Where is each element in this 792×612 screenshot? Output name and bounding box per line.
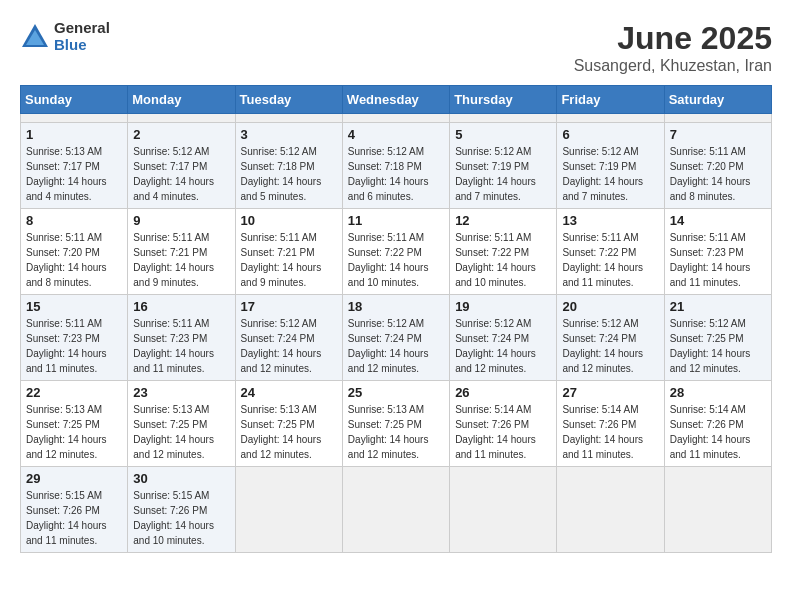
calendar-day-cell: 17Sunrise: 5:12 AM Sunset: 7:24 PM Dayli… <box>235 295 342 381</box>
day-info: Sunrise: 5:11 AM Sunset: 7:23 PM Dayligh… <box>670 230 766 290</box>
day-info: Sunrise: 5:12 AM Sunset: 7:25 PM Dayligh… <box>670 316 766 376</box>
day-info: Sunrise: 5:12 AM Sunset: 7:19 PM Dayligh… <box>562 144 658 204</box>
day-number: 4 <box>348 127 444 142</box>
day-info: Sunrise: 5:11 AM Sunset: 7:22 PM Dayligh… <box>455 230 551 290</box>
day-info: Sunrise: 5:14 AM Sunset: 7:26 PM Dayligh… <box>670 402 766 462</box>
day-number: 30 <box>133 471 229 486</box>
day-info: Sunrise: 5:12 AM Sunset: 7:17 PM Dayligh… <box>133 144 229 204</box>
day-number: 25 <box>348 385 444 400</box>
day-number: 8 <box>26 213 122 228</box>
calendar-day-cell: 20Sunrise: 5:12 AM Sunset: 7:24 PM Dayli… <box>557 295 664 381</box>
day-number: 18 <box>348 299 444 314</box>
day-info: Sunrise: 5:11 AM Sunset: 7:21 PM Dayligh… <box>241 230 337 290</box>
calendar-table: SundayMondayTuesdayWednesdayThursdayFrid… <box>20 85 772 553</box>
calendar-day-cell: 16Sunrise: 5:11 AM Sunset: 7:23 PM Dayli… <box>128 295 235 381</box>
day-number: 7 <box>670 127 766 142</box>
col-header-saturday: Saturday <box>664 86 771 114</box>
day-number: 3 <box>241 127 337 142</box>
day-number: 14 <box>670 213 766 228</box>
col-header-monday: Monday <box>128 86 235 114</box>
calendar-day-cell: 24Sunrise: 5:13 AM Sunset: 7:25 PM Dayli… <box>235 381 342 467</box>
calendar-day-cell: 3Sunrise: 5:12 AM Sunset: 7:18 PM Daylig… <box>235 123 342 209</box>
day-number: 26 <box>455 385 551 400</box>
calendar-day-cell: 6Sunrise: 5:12 AM Sunset: 7:19 PM Daylig… <box>557 123 664 209</box>
calendar-day-cell: 19Sunrise: 5:12 AM Sunset: 7:24 PM Dayli… <box>450 295 557 381</box>
calendar-header-row: SundayMondayTuesdayWednesdayThursdayFrid… <box>21 86 772 114</box>
calendar-day-cell: 18Sunrise: 5:12 AM Sunset: 7:24 PM Dayli… <box>342 295 449 381</box>
day-number: 1 <box>26 127 122 142</box>
day-number: 2 <box>133 127 229 142</box>
day-info: Sunrise: 5:12 AM Sunset: 7:24 PM Dayligh… <box>348 316 444 376</box>
day-info: Sunrise: 5:12 AM Sunset: 7:24 PM Dayligh… <box>241 316 337 376</box>
day-number: 9 <box>133 213 229 228</box>
calendar-day-cell <box>21 114 128 123</box>
day-info: Sunrise: 5:12 AM Sunset: 7:24 PM Dayligh… <box>455 316 551 376</box>
day-info: Sunrise: 5:15 AM Sunset: 7:26 PM Dayligh… <box>26 488 122 548</box>
calendar-day-cell <box>557 114 664 123</box>
calendar-day-cell <box>664 114 771 123</box>
calendar-day-cell: 14Sunrise: 5:11 AM Sunset: 7:23 PM Dayli… <box>664 209 771 295</box>
day-number: 17 <box>241 299 337 314</box>
calendar-week-row: 8Sunrise: 5:11 AM Sunset: 7:20 PM Daylig… <box>21 209 772 295</box>
day-number: 12 <box>455 213 551 228</box>
calendar-day-cell <box>450 114 557 123</box>
calendar-day-cell <box>235 467 342 553</box>
day-info: Sunrise: 5:14 AM Sunset: 7:26 PM Dayligh… <box>455 402 551 462</box>
day-number: 29 <box>26 471 122 486</box>
day-info: Sunrise: 5:15 AM Sunset: 7:26 PM Dayligh… <box>133 488 229 548</box>
day-number: 13 <box>562 213 658 228</box>
day-info: Sunrise: 5:11 AM Sunset: 7:22 PM Dayligh… <box>348 230 444 290</box>
calendar-day-cell: 4Sunrise: 5:12 AM Sunset: 7:18 PM Daylig… <box>342 123 449 209</box>
calendar-day-cell <box>342 114 449 123</box>
calendar-day-cell <box>235 114 342 123</box>
calendar-day-cell: 5Sunrise: 5:12 AM Sunset: 7:19 PM Daylig… <box>450 123 557 209</box>
calendar-day-cell: 28Sunrise: 5:14 AM Sunset: 7:26 PM Dayli… <box>664 381 771 467</box>
day-number: 5 <box>455 127 551 142</box>
day-info: Sunrise: 5:13 AM Sunset: 7:17 PM Dayligh… <box>26 144 122 204</box>
day-number: 28 <box>670 385 766 400</box>
day-info: Sunrise: 5:11 AM Sunset: 7:20 PM Dayligh… <box>26 230 122 290</box>
calendar-day-cell: 29Sunrise: 5:15 AM Sunset: 7:26 PM Dayli… <box>21 467 128 553</box>
day-info: Sunrise: 5:13 AM Sunset: 7:25 PM Dayligh… <box>133 402 229 462</box>
calendar-day-cell: 30Sunrise: 5:15 AM Sunset: 7:26 PM Dayli… <box>128 467 235 553</box>
day-info: Sunrise: 5:12 AM Sunset: 7:24 PM Dayligh… <box>562 316 658 376</box>
title-area: June 2025 Susangerd, Khuzestan, Iran <box>574 20 772 75</box>
calendar-day-cell: 2Sunrise: 5:12 AM Sunset: 7:17 PM Daylig… <box>128 123 235 209</box>
day-number: 10 <box>241 213 337 228</box>
day-info: Sunrise: 5:11 AM Sunset: 7:22 PM Dayligh… <box>562 230 658 290</box>
calendar-day-cell: 21Sunrise: 5:12 AM Sunset: 7:25 PM Dayli… <box>664 295 771 381</box>
month-title: June 2025 <box>574 20 772 57</box>
calendar-week-row <box>21 114 772 123</box>
col-header-friday: Friday <box>557 86 664 114</box>
day-number: 23 <box>133 385 229 400</box>
day-info: Sunrise: 5:12 AM Sunset: 7:19 PM Dayligh… <box>455 144 551 204</box>
day-number: 19 <box>455 299 551 314</box>
calendar-day-cell: 11Sunrise: 5:11 AM Sunset: 7:22 PM Dayli… <box>342 209 449 295</box>
day-number: 21 <box>670 299 766 314</box>
calendar-day-cell <box>664 467 771 553</box>
day-info: Sunrise: 5:12 AM Sunset: 7:18 PM Dayligh… <box>241 144 337 204</box>
day-number: 16 <box>133 299 229 314</box>
col-header-thursday: Thursday <box>450 86 557 114</box>
logo-blue-text: Blue <box>54 37 110 54</box>
calendar-day-cell <box>450 467 557 553</box>
day-number: 27 <box>562 385 658 400</box>
calendar-day-cell: 8Sunrise: 5:11 AM Sunset: 7:20 PM Daylig… <box>21 209 128 295</box>
day-info: Sunrise: 5:11 AM Sunset: 7:23 PM Dayligh… <box>133 316 229 376</box>
calendar-week-row: 22Sunrise: 5:13 AM Sunset: 7:25 PM Dayli… <box>21 381 772 467</box>
calendar-day-cell <box>342 467 449 553</box>
calendar-day-cell: 15Sunrise: 5:11 AM Sunset: 7:23 PM Dayli… <box>21 295 128 381</box>
calendar-day-cell: 10Sunrise: 5:11 AM Sunset: 7:21 PM Dayli… <box>235 209 342 295</box>
calendar-day-cell: 26Sunrise: 5:14 AM Sunset: 7:26 PM Dayli… <box>450 381 557 467</box>
calendar-day-cell: 22Sunrise: 5:13 AM Sunset: 7:25 PM Dayli… <box>21 381 128 467</box>
calendar-day-cell: 27Sunrise: 5:14 AM Sunset: 7:26 PM Dayli… <box>557 381 664 467</box>
calendar-day-cell: 13Sunrise: 5:11 AM Sunset: 7:22 PM Dayli… <box>557 209 664 295</box>
page-header: General Blue June 2025 Susangerd, Khuzes… <box>20 20 772 75</box>
location-subtitle: Susangerd, Khuzestan, Iran <box>574 57 772 75</box>
day-info: Sunrise: 5:13 AM Sunset: 7:25 PM Dayligh… <box>241 402 337 462</box>
logo-icon <box>20 22 50 52</box>
calendar-day-cell: 23Sunrise: 5:13 AM Sunset: 7:25 PM Dayli… <box>128 381 235 467</box>
col-header-tuesday: Tuesday <box>235 86 342 114</box>
calendar-week-row: 1Sunrise: 5:13 AM Sunset: 7:17 PM Daylig… <box>21 123 772 209</box>
col-header-wednesday: Wednesday <box>342 86 449 114</box>
